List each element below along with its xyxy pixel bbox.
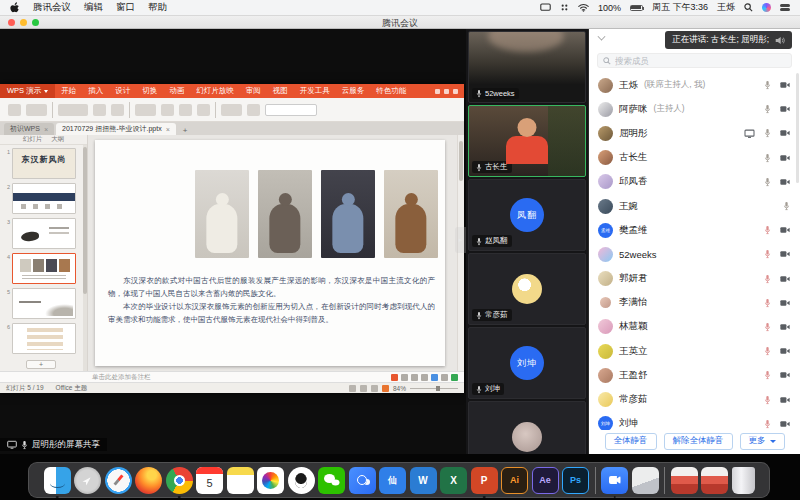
document-tab[interactable]: 20170729 扭扭熊-毕业设计.pptx× xyxy=(56,123,176,135)
member-row[interactable]: 刘坤 刘坤 xyxy=(589,412,800,430)
wps-app-button[interactable]: WPS 演示 xyxy=(0,84,55,98)
ribbon-tab[interactable]: 视图 xyxy=(267,84,294,98)
photoshop-icon[interactable]: Ps xyxy=(562,467,589,494)
launchpad-icon[interactable] xyxy=(74,467,101,494)
member-row[interactable]: 邱凤香 xyxy=(589,170,800,194)
word-icon[interactable]: W xyxy=(410,467,437,494)
view-normal-icon[interactable] xyxy=(349,385,356,392)
excel-icon[interactable]: X xyxy=(440,467,467,494)
ribbon-tab[interactable]: 开始 xyxy=(55,84,82,98)
video-tile[interactable]: fxl xyxy=(468,401,586,454)
menubar-username[interactable]: 王烁 xyxy=(717,1,735,14)
slideshow-play-icon[interactable] xyxy=(382,385,389,392)
panel-tab[interactable]: 幻灯片 xyxy=(23,135,43,144)
camera-icon[interactable] xyxy=(780,154,790,162)
member-row[interactable]: 孟维 樊孟维 xyxy=(589,218,800,242)
blue-app-icon[interactable]: 仙 xyxy=(379,467,406,494)
search-input[interactable] xyxy=(615,56,786,66)
notes-icon[interactable] xyxy=(227,467,254,494)
close-tab-icon[interactable]: × xyxy=(166,126,170,133)
camera-icon[interactable] xyxy=(780,420,790,428)
ribbon-tab[interactable]: 设计 xyxy=(109,84,136,98)
menu-item[interactable]: 腾讯会议 xyxy=(33,1,71,14)
add-slide-button[interactable]: + xyxy=(26,360,56,369)
video-tile[interactable]: 常彦茹 xyxy=(468,253,586,325)
camera-icon[interactable] xyxy=(780,250,790,258)
camera-icon[interactable] xyxy=(780,299,790,307)
camera-icon[interactable] xyxy=(780,323,790,331)
mic-icon[interactable] xyxy=(764,104,771,114)
member-row[interactable]: 林慧颖 xyxy=(589,315,800,339)
ribbon-tab[interactable]: 切换 xyxy=(136,84,163,98)
menubar-clock[interactable]: 周五 下午3:36 xyxy=(652,1,708,14)
video-tile[interactable]: 凤翻 赵凤翻 xyxy=(468,179,586,251)
camera-icon[interactable] xyxy=(780,178,790,186)
mic-icon[interactable] xyxy=(764,346,771,356)
wechat-icon[interactable] xyxy=(318,467,345,494)
member-row[interactable]: 古长生 xyxy=(589,146,800,170)
mic-icon[interactable] xyxy=(764,370,771,380)
tencent-cloud-icon[interactable] xyxy=(349,467,376,494)
tencent-meeting-icon[interactable] xyxy=(601,467,628,494)
member-row[interactable]: 阿萨咪 (主持人) xyxy=(589,97,800,121)
mute-all-button[interactable]: 全体静音 xyxy=(605,433,657,450)
member-row[interactable]: 李满怡 xyxy=(589,291,800,315)
finder-icon[interactable] xyxy=(44,467,71,494)
mic-icon[interactable] xyxy=(764,177,771,187)
aftereffects-icon[interactable]: Ae xyxy=(532,467,559,494)
more-button[interactable]: 更多 xyxy=(740,433,785,450)
ribbon-tab[interactable]: 开发工具 xyxy=(294,84,336,98)
collapse-panel-chevron-icon[interactable] xyxy=(598,33,606,41)
slide-thumbnail[interactable]: 5 xyxy=(2,288,83,319)
mic-icon[interactable] xyxy=(764,274,771,284)
illustrator-icon[interactable]: Ai xyxy=(501,467,528,494)
ribbon-tab[interactable]: 审阅 xyxy=(240,84,267,98)
panel-tab[interactable]: 大纲 xyxy=(51,135,64,144)
menu-item[interactable]: 编辑 xyxy=(84,1,103,14)
camera-icon[interactable] xyxy=(780,275,790,283)
member-list-scrollbar[interactable] xyxy=(796,73,799,183)
photos-icon[interactable] xyxy=(257,467,284,494)
ribbon-tab[interactable]: 特色功能 xyxy=(370,84,412,98)
ribbon-tab[interactable]: 云服务 xyxy=(336,84,371,98)
spotlight-search-icon[interactable] xyxy=(744,3,753,12)
mic-icon[interactable] xyxy=(764,128,771,138)
siri-icon[interactable] xyxy=(762,3,771,12)
slide-thumbnail[interactable]: 1 东汉新风尚 xyxy=(2,148,83,179)
apple-menu-icon[interactable] xyxy=(10,2,20,14)
member-row[interactable]: 王英立 xyxy=(589,339,800,363)
slide-thumbnail[interactable]: 4 xyxy=(2,253,83,284)
camera-icon[interactable] xyxy=(780,81,790,89)
ribbon-tab[interactable]: 插入 xyxy=(82,84,109,98)
mic-icon[interactable] xyxy=(764,225,771,235)
mail-icon[interactable] xyxy=(632,467,659,494)
control-center-icon[interactable] xyxy=(780,4,790,11)
mic-icon[interactable] xyxy=(764,80,771,90)
mic-icon[interactable] xyxy=(764,395,771,405)
dock-divider[interactable] xyxy=(595,467,596,494)
mic-icon[interactable] xyxy=(764,249,771,259)
mic-icon[interactable] xyxy=(764,322,771,332)
video-tile[interactable]: 52weeks xyxy=(468,31,586,103)
mic-icon[interactable] xyxy=(764,153,771,163)
video-tile[interactable]: 古长生 xyxy=(468,105,586,177)
wps-toolbar[interactable] xyxy=(0,98,464,122)
wps-window-icons[interactable] xyxy=(435,89,464,94)
view-sorter-icon[interactable] xyxy=(360,385,367,392)
dots-grid-icon[interactable] xyxy=(560,3,569,12)
camera-icon[interactable] xyxy=(780,226,790,234)
trash-icon[interactable] xyxy=(732,467,755,494)
camera-icon[interactable] xyxy=(780,129,790,137)
calendar-icon[interactable]: 5 xyxy=(196,467,223,494)
display-mirroring-icon[interactable] xyxy=(540,3,551,12)
member-row[interactable]: 屈明彤 xyxy=(589,121,800,145)
member-row[interactable]: 常彦茹 xyxy=(589,387,800,411)
view-reading-icon[interactable] xyxy=(371,385,378,392)
slide-thumbnail[interactable]: 3 xyxy=(2,218,83,249)
minimized-window-icon[interactable] xyxy=(701,467,728,494)
menu-item[interactable]: 帮助 xyxy=(148,1,167,14)
camera-icon[interactable] xyxy=(780,105,790,113)
menu-item[interactable]: 窗口 xyxy=(116,1,135,14)
member-row[interactable]: 王烁 (联席主持人, 我) xyxy=(589,73,800,97)
dock-divider[interactable] xyxy=(664,467,665,494)
